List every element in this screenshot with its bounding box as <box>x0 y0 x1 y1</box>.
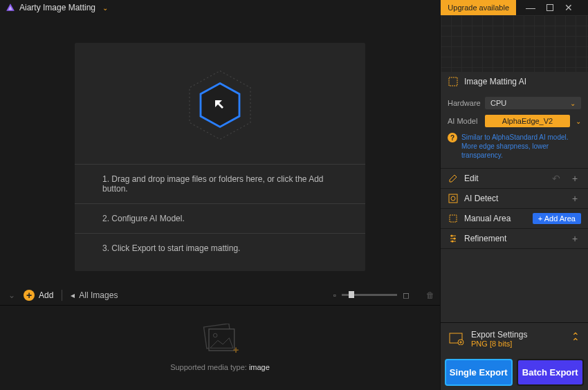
refinement-icon <box>448 233 459 244</box>
close-button[interactable]: ✕ <box>564 2 573 13</box>
instruction-step-1: 1. Drag and drop image files or folders … <box>75 164 365 203</box>
window-controls: — ✕ <box>516 2 582 13</box>
app-title: Aiarty Image Matting <box>19 3 95 12</box>
all-images-button[interactable]: ◂ All Images <box>71 290 118 300</box>
svg-rect-7 <box>449 194 457 203</box>
undo-icon[interactable]: ↶ <box>552 173 560 184</box>
thumbnail-size-slider[interactable] <box>342 294 397 296</box>
info-icon[interactable]: ? <box>448 133 457 142</box>
svg-rect-6 <box>449 77 457 86</box>
ai-detect-panel-header[interactable]: AI Detect + <box>441 189 588 208</box>
back-arrow-icon: ◂ <box>71 290 75 300</box>
titlebar: Aiarty Image Matting ⌄ Upgrade available… <box>0 0 588 15</box>
image-large-icon: ◻ <box>403 290 410 300</box>
collapse-icon[interactable]: ⌄ <box>6 290 18 300</box>
svg-point-11 <box>454 238 456 240</box>
export-settings-title: Export Settings <box>471 330 564 340</box>
instruction-step-2: 2. Configure AI Model. <box>75 203 365 233</box>
svg-rect-9 <box>450 215 457 222</box>
instruction-step-3: 3. Click Export to start image matting. <box>75 233 365 263</box>
manual-area-panel-header[interactable]: Manual Area + Add Area <box>441 209 588 228</box>
hardware-select[interactable]: CPU⌄ <box>485 97 581 109</box>
add-label: Add <box>39 290 53 300</box>
upload-arrow-icon <box>212 97 228 113</box>
preview-strip <box>441 15 588 72</box>
model-select[interactable]: AlphaEdge_V2 <box>485 115 570 127</box>
hardware-label: Hardware <box>448 99 485 107</box>
expand-icon[interactable]: + <box>569 173 581 184</box>
main-panel: 1. Drag and drop image files or folders … <box>0 15 441 390</box>
model-label: AI Model <box>448 117 485 125</box>
detect-icon <box>448 193 459 204</box>
maximize-button[interactable] <box>546 4 553 11</box>
app-logo-icon <box>6 3 15 12</box>
side-panel: Image Matting AI Hardware CPU⌄ AI Model … <box>441 15 588 390</box>
svg-point-12 <box>452 241 454 243</box>
edit-icon <box>448 173 459 184</box>
minimize-button[interactable]: — <box>526 2 535 13</box>
model-description: Similar to AlphaStandard AI model. More … <box>461 133 581 160</box>
single-export-button[interactable]: Single Export <box>445 359 513 386</box>
export-settings[interactable]: Export Settings PNG [8 bits] ⌃⌃ <box>441 322 588 355</box>
placeholder-image-icon: + <box>201 324 239 355</box>
svg-text:+: + <box>232 344 239 354</box>
svg-point-8 <box>451 196 455 201</box>
image-small-icon: ▫ <box>333 290 336 300</box>
svg-rect-3 <box>209 328 235 350</box>
export-settings-icon <box>449 333 464 345</box>
thumbnail-size-control: ▫ ◻ <box>333 290 410 300</box>
drop-hexagon-icon <box>182 67 258 143</box>
supported-media-label: Supported media type: image <box>170 363 270 371</box>
expand-icon[interactable]: + <box>569 233 581 244</box>
expand-icon[interactable]: + <box>569 193 581 204</box>
ai-matting-icon <box>448 76 459 87</box>
expand-up-icon[interactable]: ⌃⌃ <box>571 333 580 345</box>
export-format: PNG [8 bits] <box>471 340 564 348</box>
upgrade-button[interactable]: Upgrade available <box>441 0 516 15</box>
plus-icon: + <box>24 290 35 301</box>
batch-export-button[interactable]: Batch Export <box>517 359 585 386</box>
delete-button[interactable]: 🗑 <box>426 290 434 300</box>
ai-matting-title: Image Matting AI <box>464 77 581 86</box>
chevron-down-icon: ⌄ <box>570 100 576 107</box>
all-images-label: All Images <box>79 290 118 300</box>
thumbnail-bar: ⌄ + Add ◂ All Images ▫ ◻ 🗑 <box>0 285 440 389</box>
add-button[interactable]: + Add <box>24 290 53 301</box>
chevron-down-icon[interactable]: ⌄ <box>576 118 581 125</box>
edit-panel-header[interactable]: Edit ↶ + <box>441 169 588 188</box>
manual-area-icon <box>448 213 459 224</box>
refinement-panel-header[interactable]: Refinement + <box>441 229 588 248</box>
app-menu-chevron-icon[interactable]: ⌄ <box>102 4 108 12</box>
drop-area[interactable]: 1. Drag and drop image files or folders … <box>0 15 440 285</box>
add-area-button[interactable]: + Add Area <box>533 213 581 224</box>
svg-point-10 <box>451 235 453 237</box>
ai-matting-panel: Image Matting AI Hardware CPU⌄ AI Model … <box>441 72 588 169</box>
